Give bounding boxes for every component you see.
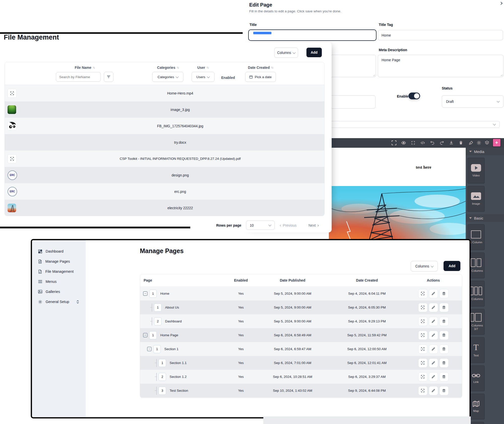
page-order-input[interactable]: 2 <box>159 373 166 381</box>
preview-button[interactable] <box>418 317 427 326</box>
table-row[interactable]: − 1 Home Yes Sep 5, 2024, 9:00:00 AM Sep… <box>140 287 462 300</box>
edit-button[interactable] <box>429 303 438 312</box>
preview-thumbnail-icon[interactable] <box>8 89 17 98</box>
sidebar-item-file-management[interactable]: File Management <box>32 266 86 277</box>
table-row[interactable]: FB_IMG_1725764040344.jpg Images test tes… <box>5 118 324 134</box>
code-view-icon[interactable] <box>418 138 427 148</box>
clear-canvas-trash-icon[interactable] <box>456 138 466 148</box>
preview-button[interactable] <box>418 345 427 354</box>
preview-thumbnail-icon[interactable] <box>8 154 17 163</box>
sidebar-item-menus[interactable]: Menus <box>32 277 86 287</box>
next-page-button[interactable]: Next › <box>308 221 319 230</box>
delete-button[interactable] <box>439 303 449 312</box>
table-row[interactable]: − 1 Home Page Yes Sep 6, 2024, 6:58:49 A… <box>140 328 462 342</box>
page-order-input[interactable]: 1 <box>154 304 162 312</box>
page-order-input[interactable]: 2 <box>154 317 162 325</box>
table-row[interactable]: 3 Test Section Yes Sep 10, 2024, 1:43:02… <box>140 384 462 398</box>
settings-gear-icon[interactable] <box>477 140 481 145</box>
delete-button[interactable] <box>439 289 449 298</box>
canvas-text[interactable]: test here <box>416 165 431 170</box>
table-row[interactable]: ERC erc.png Images test test Yes Sep 16,… <box>5 183 324 200</box>
file-name-header[interactable]: File Name↑↓ <box>75 62 94 70</box>
page-order-input[interactable]: 1 <box>153 345 161 353</box>
categories-header[interactable]: Categories↑↓ <box>157 62 178 70</box>
table-row[interactable]: 1 About Us Yes Sep 5, 2024, 9:00:00 AM S… <box>140 300 462 314</box>
table-row[interactable]: electricity 22222 Images John Henry Paca… <box>5 200 324 216</box>
delete-button[interactable] <box>439 345 449 354</box>
undo-icon[interactable] <box>427 138 437 148</box>
edit-button[interactable] <box>429 317 438 326</box>
erc-logo-thumbnail[interactable]: ERC <box>8 170 17 180</box>
delete-button[interactable] <box>439 331 449 340</box>
sidebar-item-dashboard[interactable]: Dashboard <box>32 246 86 256</box>
search-input[interactable] <box>56 72 101 82</box>
columns-button[interactable]: Columns <box>274 48 298 58</box>
block-video[interactable]: Video <box>467 158 485 184</box>
preview-button[interactable] <box>418 358 427 368</box>
delete-button[interactable] <box>439 358 449 368</box>
tree-expander-icon[interactable]: − <box>143 333 147 337</box>
tree-expander-icon[interactable]: − <box>147 347 151 351</box>
table-row[interactable]: CSP Toolkit - INITIAL INFORMATION REQUES… <box>5 150 324 167</box>
section-media[interactable]: Media <box>466 148 504 155</box>
table-row[interactable]: image_3.jpg Images test test Yes Sep 29,… <box>5 101 324 118</box>
blocks-plus-button[interactable]: + <box>492 138 501 147</box>
sidebar-item-manage-pages[interactable]: Manage Pages <box>32 256 86 266</box>
add-button[interactable]: Add <box>444 261 460 271</box>
preview-button[interactable] <box>418 386 427 395</box>
table-row[interactable]: Home-Hero.mp4 Videos test test Yes Sep 3… <box>5 85 324 101</box>
edit-button[interactable] <box>429 289 438 298</box>
sidebar-item-general-setup[interactable]: General Setup <box>32 297 86 307</box>
page-order-input[interactable]: 1 <box>159 359 166 367</box>
erc-logo-thumbnail[interactable]: ERC <box>8 187 17 196</box>
edit-button[interactable] <box>429 358 438 368</box>
select-mode-icon[interactable] <box>389 138 399 148</box>
page-order-input[interactable]: 1 <box>149 331 157 339</box>
enable-toggle[interactable] <box>408 93 420 99</box>
edit-button[interactable] <box>429 345 438 354</box>
table-row[interactable]: ERC design.png Images test test Yes Sep … <box>5 167 324 183</box>
table-row[interactable]: 1 Section 1.1 Yes Sep 6, 2024, 7:01:00 A… <box>140 356 462 370</box>
block-image[interactable]: Image <box>467 186 485 212</box>
close-icon[interactable] <box>500 2 503 5</box>
preview-button[interactable] <box>418 331 427 340</box>
add-button[interactable]: Add <box>306 48 322 57</box>
rows-per-page-select[interactable]: 10 <box>246 221 275 230</box>
fullscreen-icon[interactable] <box>408 138 418 148</box>
delete-button[interactable] <box>439 317 449 326</box>
sidebar-item-galleries[interactable]: Galleries <box>32 287 86 297</box>
users-dropdown[interactable]: Users <box>192 72 214 82</box>
page-order-input[interactable]: 3 <box>159 387 166 395</box>
title-tag-input[interactable]: Home <box>378 30 503 40</box>
date-created-header[interactable]: Date Created↑↓ <box>248 62 273 70</box>
preview-eye-icon[interactable] <box>399 138 408 148</box>
import-icon[interactable] <box>447 138 456 148</box>
table-row[interactable]: 2 Dashboard Yes Sep 5, 2024, 9:00:00 AM … <box>140 314 462 328</box>
preview-button[interactable] <box>418 289 427 298</box>
resize-grip[interactable] <box>500 74 502 76</box>
delete-button[interactable] <box>439 372 449 381</box>
user-header[interactable]: User↑↓ <box>197 62 208 70</box>
image-thumbnail[interactable] <box>8 122 17 131</box>
edit-button[interactable] <box>429 386 438 395</box>
meta-description-textarea[interactable]: Home Page <box>378 55 503 77</box>
table-row[interactable]: − 1 Section 1 Yes Sep 6, 2024, 6:59:47 A… <box>140 342 462 356</box>
table-row[interactable]: 2 Section 1.2 Yes Sep 6, 2024, 10:28:51 … <box>140 370 462 384</box>
pick-date-button[interactable]: Pick a date <box>245 72 276 82</box>
categories-dropdown[interactable]: Categories <box>152 72 183 82</box>
preview-button[interactable] <box>418 303 427 312</box>
preview-button[interactable] <box>418 372 427 381</box>
page-order-input[interactable]: 1 <box>149 290 157 298</box>
image-thumbnail[interactable] <box>8 105 16 114</box>
resize-grip[interactable] <box>372 74 375 76</box>
delete-button[interactable] <box>439 386 449 395</box>
layers-icon[interactable] <box>485 140 489 145</box>
edit-button[interactable] <box>429 331 438 340</box>
style-manager-brush-icon[interactable] <box>469 140 474 145</box>
previous-page-button[interactable]: ‹ Previous <box>280 221 297 230</box>
tree-expander-icon[interactable]: − <box>143 291 147 296</box>
filter-button[interactable] <box>104 72 113 82</box>
table-row[interactable]: try.docx Documents test test Yes Sep 25,… <box>5 134 324 150</box>
section-basic[interactable]: Basic <box>466 214 504 222</box>
status-select[interactable]: Draft <box>442 95 503 108</box>
